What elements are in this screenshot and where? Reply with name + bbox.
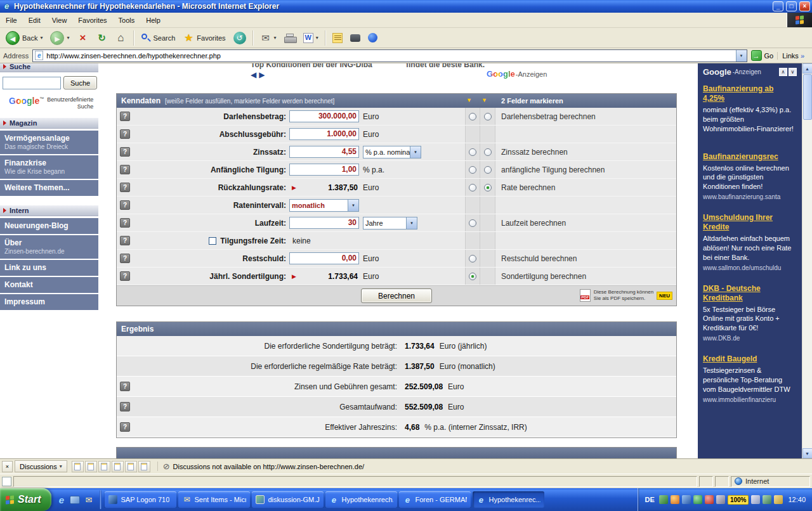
menu-tools[interactable]: Tools <box>113 14 141 27</box>
select-arrow-icon[interactable]: ▼ <box>348 200 358 211</box>
mark-radio-1[interactable] <box>469 255 476 262</box>
sidebar-search-button[interactable]: Suche <box>63 76 97 89</box>
tray-100-badge[interactable]: 100% <box>728 495 749 505</box>
discuss-toolbar-button[interactable] <box>329 32 346 44</box>
ad-umschuldung[interactable]: Umschuldung Ihrer Kredite Altdarlehen ei… <box>703 213 797 271</box>
task-hypothekenrechner-active[interactable]: e Hypothekenrec... <box>473 491 544 508</box>
ad-baufinanzierung[interactable]: Baufinanzierung ab 4,25% nominal (effekt… <box>703 84 797 136</box>
task-foren-german[interactable]: e Foren - GERMAN... <box>399 491 471 508</box>
task-sap-logon[interactable]: SAP Logon 710 <box>105 491 176 508</box>
scroll-thumb[interactable] <box>803 74 812 120</box>
discussions-button[interactable]: Discussions ▾ <box>15 460 67 472</box>
discussion-close-button[interactable]: × <box>2 461 13 472</box>
ad-title-link[interactable]: Baufinanzierung ab 4,25% <box>703 84 797 103</box>
maximize-button[interactable]: □ <box>786 1 797 11</box>
laufzeit-input[interactable]: 30 <box>289 217 359 229</box>
address-dropdown-icon[interactable]: ▼ <box>736 50 747 61</box>
mark-radio-2[interactable] <box>484 166 492 174</box>
scroll-up-icon[interactable]: ▲ <box>802 63 812 74</box>
help-button[interactable]: ? <box>120 165 130 174</box>
help-button[interactable]: ? <box>120 402 130 411</box>
anfaengliche-tilgung-input[interactable]: 1,00 <box>289 164 359 176</box>
language-indicator[interactable]: DE <box>643 495 657 504</box>
sidebar-item-weitere-themen[interactable]: Weitere Themen... <box>0 180 98 196</box>
sidebar-search-input[interactable] <box>3 77 61 89</box>
clock[interactable]: 12:40 <box>788 496 806 503</box>
back-dropdown-icon[interactable]: ▾ <box>40 35 43 41</box>
ads-scroll-up-icon[interactable]: ∧ <box>779 68 787 76</box>
edit-with-word-button[interactable]: W ▾ <box>300 32 322 44</box>
tray-usb-icon[interactable] <box>763 495 771 504</box>
messenger-button[interactable] <box>365 32 381 44</box>
abschlussgebuehr-input[interactable]: 1.000,00 <box>289 128 359 140</box>
research-button[interactable] <box>347 33 363 43</box>
start-button[interactable]: Start <box>0 488 51 511</box>
pdf-save-note[interactable]: PDF Diese Berechnung können Sie als PDF … <box>580 289 672 302</box>
help-button[interactable]: ? <box>120 271 130 281</box>
discussion-tool-icon[interactable] <box>138 461 150 472</box>
sidebar-item-link-zu-uns[interactable]: Link zu uns <box>0 260 98 276</box>
menu-view[interactable]: View <box>46 14 73 27</box>
sidebar-item-kontakt[interactable]: Kontakt <box>0 277 98 293</box>
help-button[interactable]: ? <box>120 254 130 263</box>
discussion-tool-icon[interactable] <box>85 461 97 472</box>
banner-prev-icon[interactable]: ◀ <box>251 70 256 79</box>
discussion-tool-icon[interactable] <box>98 461 110 472</box>
select-arrow-icon[interactable]: ▼ <box>406 217 417 229</box>
sidebar-item-finanzkrise[interactable]: Finanzkrise Wie die Krise begann <box>0 155 98 179</box>
ad-title-link[interactable]: Umschuldung Ihrer Kredite <box>703 213 797 232</box>
select-arrow-icon[interactable]: ▼ <box>410 146 421 158</box>
stop-button[interactable]: × <box>74 31 92 45</box>
help-button[interactable]: ? <box>120 200 130 210</box>
close-button[interactable]: × <box>799 1 810 11</box>
links-button[interactable]: Links » <box>777 52 809 60</box>
ad-baufinanzierungsrechner[interactable]: Baufinanzierungsrec Kostenlos online ber… <box>703 152 797 201</box>
help-button[interactable]: ? <box>120 218 130 228</box>
sidebar-item-vermoegensanlage[interactable]: Vermögensanlage Das magische Dreieck <box>0 131 98 154</box>
taskbar-grip[interactable] <box>100 490 102 509</box>
sidebar-item-ueber[interactable]: Über Zinsen-berechnen.de <box>0 235 98 259</box>
history-button[interactable]: ↺ <box>230 30 249 46</box>
mark-radio-1[interactable] <box>469 113 476 120</box>
ad-title-link[interactable]: Kredit Baugeld <box>703 354 797 364</box>
ad-title-link[interactable]: Baufinanzierungsrec <box>703 152 797 162</box>
mark-radio-2[interactable] <box>484 184 492 191</box>
refresh-button[interactable]: ↻ <box>93 31 111 45</box>
mark-radio-1[interactable] <box>469 219 476 227</box>
menu-file[interactable]: File <box>0 14 23 27</box>
menu-help[interactable]: Help <box>140 14 166 27</box>
help-button[interactable]: ? <box>120 382 130 391</box>
edit-dropdown-icon[interactable]: ▾ <box>316 35 318 41</box>
zinssatz-einheit-select[interactable]: % p.a. nominal ▼ <box>363 146 421 158</box>
go-button[interactable]: → Go <box>751 50 774 61</box>
scroll-down-icon[interactable]: ▼ <box>802 448 812 458</box>
task-hypothekenrechner-1[interactable]: e Hypothekenrech... <box>325 491 397 508</box>
ad-kredit-baugeld[interactable]: Kredit Baugeld Testsiegerzinsen & persön… <box>703 354 797 403</box>
mail-button[interactable]: ✉ ▾ <box>257 31 280 45</box>
help-button[interactable]: ? <box>120 183 130 192</box>
favorites-button[interactable]: ★ Favorites <box>180 31 228 45</box>
menu-edit[interactable]: Edit <box>23 14 46 27</box>
mark-radio-2[interactable] <box>484 113 492 120</box>
tray-mail-notify-icon[interactable] <box>774 495 783 504</box>
banner-next-icon[interactable]: ▶ <box>259 70 265 79</box>
mark-radio-2[interactable] <box>484 148 492 156</box>
mark-radio-1[interactable] <box>469 148 476 156</box>
forward-button[interactable]: ▶ ▾ <box>47 30 72 46</box>
tray-antivirus-icon[interactable] <box>671 495 679 504</box>
zinssatz-input[interactable]: 4,55 <box>289 146 359 158</box>
task-sent-items[interactable]: ✉ Sent Items - Micr... <box>178 491 250 508</box>
help-button[interactable]: ? <box>120 422 130 432</box>
ad-title-link[interactable]: DKB - Deutsche Kreditbank <box>703 284 797 303</box>
laufzeit-einheit-select[interactable]: Jahre ▼ <box>363 217 417 230</box>
restschuld-input[interactable]: 0,00 <box>289 252 359 264</box>
discussion-tool-icon[interactable] <box>112 461 124 472</box>
search-button[interactable]: Search <box>138 32 179 44</box>
ads-scroll-down-icon[interactable]: ∨ <box>789 68 797 76</box>
address-input[interactable]: e http://www.zinsen-berechnen.de/hypothe… <box>32 49 747 62</box>
tilgungsfreie-zeit-checkbox[interactable] <box>209 237 216 245</box>
mark-radio-1[interactable] <box>469 184 476 191</box>
quicklaunch-mail-icon[interactable]: ✉ <box>82 494 95 506</box>
minimize-button[interactable]: _ <box>773 1 783 11</box>
tray-display-icon[interactable] <box>716 495 725 504</box>
